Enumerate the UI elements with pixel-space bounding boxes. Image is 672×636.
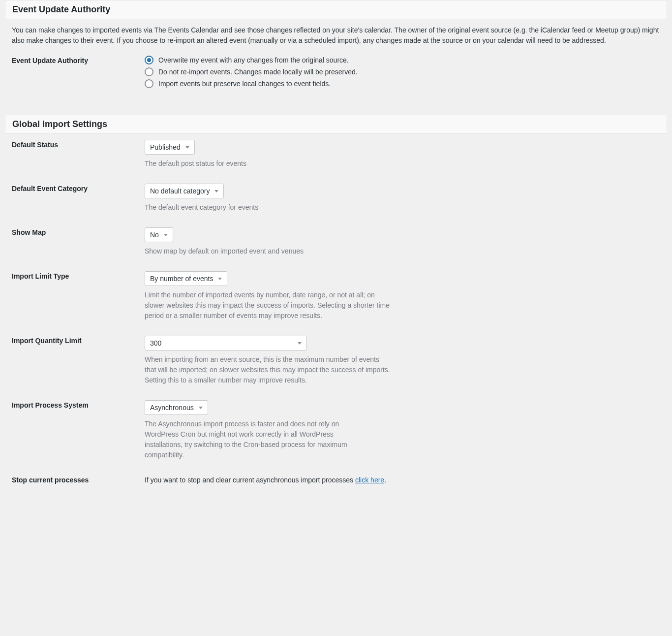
stop-processes-link[interactable]: click here [355,476,384,484]
radio-label: Overwrite my event with any changes from… [158,56,349,64]
import-process-select[interactable]: Asynchronous [145,400,208,415]
field-label: Default Event Category [12,184,145,192]
select-value: No [150,231,159,239]
select-value: Asynchronous [150,404,194,412]
help-text: The default event category for events [145,202,489,213]
section-title: Event Update Authority [12,4,660,15]
radio-label: Do not re-import events. Changes made lo… [158,68,358,76]
default-status-select[interactable]: Published [145,140,195,155]
chevron-down-icon [185,146,189,149]
select-value: By number of events [150,275,213,283]
import-quantity-row: Import Quantity Limit 300 When importing… [5,336,667,400]
field-label: Import Process System [12,400,145,409]
field-label: Import Quantity Limit [12,336,145,345]
text-after: . [384,476,386,484]
chevron-down-icon [214,190,218,192]
field-label: Default Status [12,140,145,149]
section-title: Global Import Settings [12,119,660,129]
chevron-down-icon [199,407,203,409]
stop-processes-row: Stop current processes If you want to st… [5,475,667,500]
field-label: Show Map [12,227,145,236]
field-label: Stop current processes [12,475,145,484]
text-before: If you want to stop and clear current as… [145,476,355,484]
show-map-select[interactable]: No [145,227,173,242]
import-quantity-select[interactable]: 300 [145,336,307,350]
show-map-row: Show Map No Show map by default on impor… [5,227,667,271]
select-value: 300 [150,339,161,347]
stop-processes-text: If you want to stop and clear current as… [145,476,386,484]
help-text: The default post status for events [145,159,489,169]
help-text: When importing from an event source, thi… [145,354,391,385]
radio-group-update-authority: Overwrite my event with any changes from… [145,56,489,88]
radio-icon [145,79,153,88]
section-header-event-update-authority: Event Update Authority [5,0,667,19]
radio-option-preserve-fields[interactable]: Import events but preserve local changes… [145,79,489,88]
chevron-down-icon [164,234,168,236]
section-header-global-import-settings: Global Import Settings [5,115,667,134]
radio-option-overwrite[interactable]: Overwrite my event with any changes from… [145,56,489,64]
radio-option-preserve-local[interactable]: Do not re-import events. Changes made lo… [145,67,489,76]
import-process-row: Import Process System Asynchronous The A… [5,400,667,475]
default-category-select[interactable]: No default category [145,184,224,198]
default-status-row: Default Status Published The default pos… [5,140,667,184]
radio-icon [145,56,153,64]
chevron-down-icon [218,278,222,280]
import-limit-type-select[interactable]: By number of events [145,271,227,286]
event-update-authority-row: Event Update Authority Overwrite my even… [5,56,667,103]
import-limit-type-row: Import Limit Type By number of events Li… [5,271,667,336]
chevron-down-icon [298,342,302,345]
help-text: Show map by default on imported event an… [145,246,489,256]
field-label: Event Update Authority [12,56,145,64]
radio-label: Import events but preserve local changes… [158,80,331,88]
radio-icon [145,67,153,76]
select-value: Published [150,143,181,151]
help-text: Limit the number of imported events by n… [145,290,391,321]
help-text: The Asynchronous import process is faste… [145,419,371,460]
default-category-row: Default Event Category No default catego… [5,184,667,227]
field-label: Import Limit Type [12,271,145,280]
select-value: No default category [150,187,210,195]
section-description: You can make changes to imported events … [12,25,667,46]
